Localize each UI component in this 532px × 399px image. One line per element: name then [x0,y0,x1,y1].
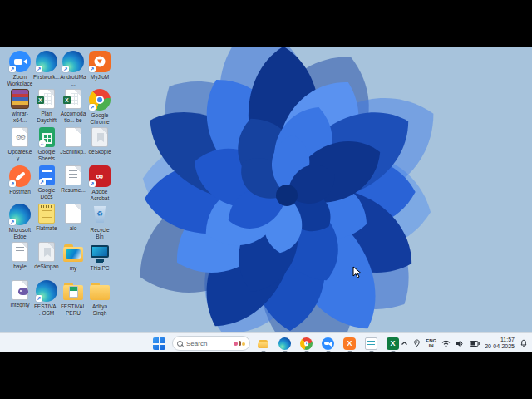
desktop-icon-label: Resume... [60,187,86,194]
desktop-icon-google-chrome[interactable]: ↗Google Chrome [86,89,113,125]
desktop-icon-deskopie[interactable]: deSkopie [86,127,113,155]
desktop-icon-label: FESTIVAL PERU DA... [60,303,86,317]
desktop-icon-label: Firstwork... [33,74,60,81]
tray-chevron-up-icon[interactable] [401,341,408,347]
running-indicator [391,351,395,352]
taskbar-folder-button[interactable] [254,335,272,352]
running-indicator [369,351,373,352]
acrobat-icon: ↗ [89,165,111,187]
desktop-icon-bayle[interactable]: bayle [7,242,33,270]
gdocs-icon: ↗ [39,165,55,185]
desktop-icon-festival-peru-da[interactable]: FESTIVAL PERU DA... [60,280,86,317]
desktop-icon-label: Google Sheets [33,149,60,161]
search-highlights-icon [234,341,245,346]
taskbar-search-box[interactable]: Search [172,336,250,351]
chrome-icon: ↗ [89,89,111,111]
recycle-icon [89,204,111,225]
desktop-icon-label: UpdateKey... [7,149,33,161]
language-indicator[interactable]: ENG IN [426,338,436,349]
fileunknown-icon [38,242,55,262]
folder-icon [257,337,269,350]
desktop-icon-google-docs[interactable]: ↗Google Docs [33,165,60,200]
mouse-cursor-icon [352,266,362,279]
desktop-icon-flatmate[interactable]: Flatmate [33,204,60,232]
pgsql-icon [12,280,28,300]
desktop-icon-label: Microsoft Edge [7,227,33,239]
taskbar-clock[interactable]: 11:57 20-04-2025 [485,337,515,350]
shortcut-arrow-badge: ↗ [9,180,16,187]
desktop-icon-jschlinkp[interactable]: JSchlinkp... [60,127,86,161]
gearfile-icon [12,127,28,147]
desktop-icon-label: FESTIVA... OSM FIL... [33,303,60,317]
desktop-icon-aio[interactable]: aio [60,204,86,232]
foldermedia-icon [62,242,84,264]
running-indicator [326,351,330,352]
shortcut-arrow-badge: ↗ [36,295,42,302]
desktop-icon-label: AndroidMa... [60,74,86,86]
edge-icon: ↗ [9,204,31,225]
desktop-icon-myjiom[interactable]: ↗MyJioM [86,51,113,81]
desktop-icon-label: Plan Dayshift Listing fo... [33,111,60,124]
desktop-icon-label: Integrity [7,302,33,308]
desktop-icon-updatekey[interactable]: UpdateKey... [7,127,33,161]
desktop-icon-winrar-x64[interactable]: winrar-x64... [7,89,33,123]
edge-icon: ↗ [36,51,57,72]
volume-icon[interactable] [456,340,465,347]
myjio-icon: ↗ [89,51,111,72]
taskbar-edge-button[interactable] [276,335,293,352]
desktop-icon-adobe-acrobat[interactable]: ↗Adobe Acrobat [86,165,113,201]
taskbar-zoom-button[interactable] [319,335,337,352]
pinned-apps [254,335,401,352]
desktop-icon-label: my [60,265,86,272]
battery-icon[interactable] [470,341,480,347]
taskbar-notepadpp-button[interactable] [362,335,380,352]
edge-icon [278,337,291,350]
desktop-icon-deskopan[interactable]: deSkopan [33,242,60,270]
chrome-icon [300,337,313,350]
gsheets-icon: ↗ [39,127,55,147]
desktop-icon-microsoft-edge[interactable]: ↗Microsoft Edge [7,204,33,239]
shortcut-arrow-badge: ↗ [39,179,46,185]
desktop-icon-aditya-singh[interactable]: Aditya Singh [86,280,113,316]
start-button[interactable] [150,335,168,352]
desktop-icon-festiva-osm-fil[interactable]: ↗FESTIVA... OSM FIL... [33,280,60,317]
desktop-icon-zoom-workplace[interactable]: ↗Zoom Workplace [7,51,33,86]
shortcut-arrow-badge: ↗ [89,180,96,187]
thispc-icon [89,242,111,264]
desktop-icon-label: Flatmate [33,225,60,232]
desktop-icon-androidma[interactable]: ↗AndroidMa... [60,51,86,86]
desktop-icon-integrity[interactable]: Integrity [7,280,33,308]
desktop-icon-my[interactable]: my [60,242,86,272]
wifi-icon[interactable] [441,340,451,347]
taskbar-xampp-button[interactable] [341,335,358,352]
shortcut-arrow-badge: ↗ [62,66,69,72]
desktop-icon-firstwork[interactable]: ↗Firstwork... [33,51,60,81]
taskbar: Search ENG IN [0,332,532,352]
shortcut-arrow-badge: ↗ [39,140,46,147]
zoom-icon [322,337,334,350]
system-tray: ENG IN 11:57 20-04-2025 [401,333,528,352]
pen-pin-icon[interactable] [413,339,421,347]
desktop-icon-label: winrar-x64... [7,111,33,123]
fileblank-icon [65,204,81,224]
fileunknown-icon [91,127,108,147]
desktop-icon-plan-dayshift-listing-fo[interactable]: Plan Dayshift Listing fo... [33,89,60,124]
windows-desktop[interactable]: ↗Zoom Workplace↗Firstwork...↗AndroidMa..… [0,47,532,352]
desktop-icon-postman[interactable]: ↗Postman [7,165,33,195]
postman-icon: ↗ [9,165,31,187]
taskbar-chrome-button[interactable] [298,335,315,352]
desktop-icon-label: deSkopie [86,149,113,155]
textdoc-icon [12,242,28,262]
desktop-icon-this-pc[interactable]: This PC [86,242,113,272]
desktop-icon-recycle-bin[interactable]: Recycle Bin [86,204,113,239]
desktop-icon-resume[interactable]: Resume... [60,165,86,194]
shortcut-arrow-badge: ↗ [89,104,96,111]
desktop-icon-google-sheets[interactable]: ↗Google Sheets [33,127,60,161]
clock-time: 11:57 [500,337,515,343]
notification-bell-icon[interactable] [520,339,528,347]
desktop-icon-accomodatio-be-healthy[interactable]: Accomodatio... be healthy... [60,89,86,124]
desktop-icon-label: Zoom Workplace [7,74,33,86]
edge-icon: ↗ [36,280,57,302]
clock-date: 20-04-2025 [485,343,515,350]
taskbar-excel-button[interactable] [384,335,401,352]
